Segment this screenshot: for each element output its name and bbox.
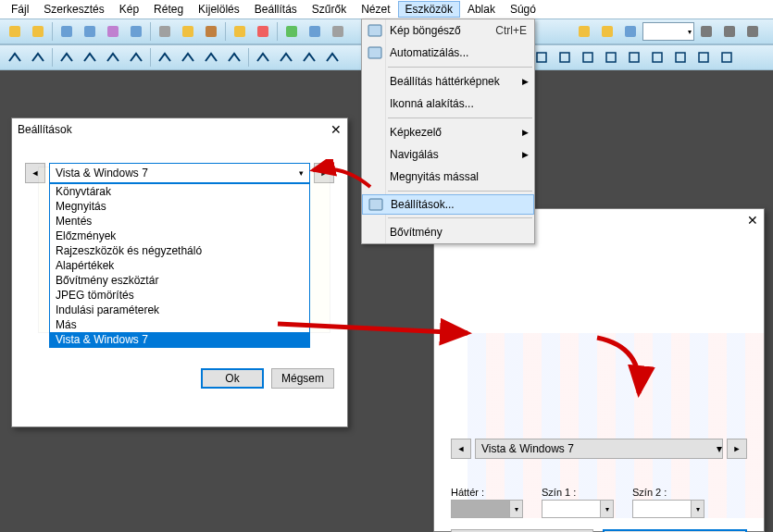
toolbar-button[interactable]	[298, 47, 320, 68]
toolbar-button[interactable]	[200, 47, 222, 68]
menu-item[interactable]: Beállítások...	[362, 194, 534, 215]
toolbar-button[interactable]	[716, 47, 738, 68]
list-item[interactable]: Indulási paraméterek	[50, 303, 309, 317]
menu-item[interactable]: Kép böngészőCtrl+E	[362, 19, 534, 42]
svg-rect-18	[724, 26, 735, 37]
toolbar-button[interactable]	[619, 21, 642, 42]
chevron-down-icon[interactable]: ▾	[717, 442, 722, 455]
list-item[interactable]: Könyvtárak	[50, 184, 309, 199]
menu-szűrők[interactable]: Szűrők	[305, 1, 354, 18]
list-item[interactable]: JPEG tömörítés	[50, 288, 309, 303]
svg-rect-8	[206, 26, 217, 37]
toolbar-button[interactable]	[327, 21, 349, 42]
cancel-button[interactable]: Mégsem	[271, 368, 334, 389]
list-item[interactable]: Mentés	[50, 214, 309, 229]
toolbar-button[interactable]	[4, 47, 26, 68]
prev-button[interactable]: ◄	[451, 439, 471, 459]
toolbar-button[interactable]	[79, 21, 101, 42]
menu-súgó[interactable]: Súgó	[503, 1, 543, 18]
toolbar-button[interactable]	[56, 21, 78, 42]
toolbar-button[interactable]	[252, 47, 274, 68]
toolbar-button[interactable]	[596, 21, 618, 42]
toolbar-button[interactable]	[304, 21, 326, 42]
menu-item[interactable]: Megnyitás mással	[362, 166, 534, 188]
toolbar-button[interactable]	[177, 21, 199, 42]
menu-kép[interactable]: Kép	[112, 1, 146, 18]
svg-rect-15	[602, 26, 613, 37]
list-item[interactable]: Előzmények	[50, 229, 309, 243]
menu-item[interactable]: Beállítás háttérképnek▶	[362, 70, 534, 93]
svg-rect-31	[369, 199, 382, 210]
menu-item[interactable]: Bővítmény	[362, 221, 534, 243]
chevron-down-icon[interactable]: ▾	[293, 164, 309, 182]
toolbar-button[interactable]	[321, 47, 343, 68]
menu-fájl[interactable]: Fájl	[4, 1, 36, 18]
toolbar-button[interactable]	[573, 21, 595, 42]
toolbar-button[interactable]	[252, 21, 274, 42]
category-dropdown-list: KönyvtárakMegnyitásMentésElőzményekRajze…	[49, 183, 310, 348]
toolbar-button[interactable]	[577, 47, 599, 68]
svg-rect-9	[234, 26, 245, 37]
toolbar-button[interactable]	[177, 47, 199, 68]
category-combo[interactable]: Vista & Windows 7 ▾ KönyvtárakMegnyitásM…	[49, 163, 310, 183]
list-item[interactable]: Alapértékek	[50, 258, 309, 273]
toolbar-button[interactable]	[102, 21, 124, 42]
svg-rect-2	[61, 26, 72, 37]
toolbar-button[interactable]	[125, 21, 147, 42]
menu-eszközök[interactable]: Eszközök	[398, 1, 460, 18]
bg-color-picker[interactable]: ▾	[451, 500, 523, 518]
list-item[interactable]: Bővítmény eszköztár	[50, 273, 309, 288]
close-icon[interactable]: ✕	[330, 122, 342, 137]
color2-picker[interactable]: ▾	[632, 500, 704, 518]
toolbar-button[interactable]	[742, 21, 764, 42]
toolbar-button[interactable]	[27, 21, 49, 42]
menu-nézet[interactable]: Nézet	[354, 1, 397, 18]
svg-rect-26	[676, 53, 685, 62]
toolbar-button[interactable]	[554, 47, 576, 68]
color1-picker[interactable]: ▾	[542, 500, 614, 518]
toolbar-button[interactable]	[718, 21, 741, 42]
menu-item[interactable]: Ikonná alakítás...	[362, 93, 534, 115]
toolbar-button[interactable]	[223, 47, 245, 68]
ok-button[interactable]: Ok	[201, 368, 264, 389]
svg-rect-11	[286, 26, 297, 37]
menu-item[interactable]: Képkezelő▶	[362, 121, 534, 143]
menu-kijelölés[interactable]: Kijelölés	[191, 1, 247, 18]
toolbar-button[interactable]	[154, 21, 176, 42]
toolbar-button[interactable]	[27, 47, 49, 68]
menu-szerkesztés[interactable]: Szerkesztés	[36, 1, 111, 18]
category-combo[interactable]: Vista & Windows 7 ▾	[475, 439, 723, 459]
menu-ablak[interactable]: Ablak	[460, 1, 503, 18]
toolbar-button[interactable]	[281, 21, 303, 42]
toolbar-button[interactable]	[623, 47, 645, 68]
list-item[interactable]: Rajzeszközök és négyzetháló	[50, 243, 309, 258]
toolbar-button[interactable]	[695, 21, 717, 42]
list-item[interactable]: Más	[50, 317, 309, 332]
list-item[interactable]: Vista & Windows 7	[50, 332, 309, 347]
menu-item[interactable]: Automatizálás...	[362, 42, 534, 64]
menu-beállítás[interactable]: Beállítás	[247, 1, 305, 18]
toolbar-button[interactable]	[600, 47, 622, 68]
toolbar-button[interactable]	[79, 47, 101, 68]
toolbar-button[interactable]	[646, 47, 668, 68]
toolbar-button[interactable]	[125, 47, 147, 68]
menu-réteg[interactable]: Réteg	[146, 1, 191, 18]
menu-item[interactable]: Navigálás▶	[362, 143, 534, 166]
svg-rect-13	[332, 26, 343, 37]
svg-rect-21	[560, 53, 569, 62]
toolbar-button[interactable]	[56, 47, 78, 68]
toolbar-button[interactable]	[200, 21, 222, 42]
toolbar-button[interactable]	[102, 47, 124, 68]
list-item[interactable]: Megnyitás	[50, 199, 309, 214]
toolbar-button[interactable]	[692, 47, 715, 68]
toolbar-button[interactable]	[275, 47, 297, 68]
toolbar-button[interactable]	[154, 47, 176, 68]
dialog-title: Beállítások	[18, 123, 72, 136]
auto-select[interactable]: ▾	[642, 22, 694, 41]
next-button[interactable]: ►	[727, 439, 747, 459]
close-icon[interactable]: ✕	[747, 213, 758, 228]
svg-rect-27	[699, 53, 708, 62]
toolbar-button[interactable]	[4, 21, 26, 42]
toolbar-button[interactable]	[229, 21, 251, 42]
toolbar-button[interactable]	[669, 47, 692, 68]
